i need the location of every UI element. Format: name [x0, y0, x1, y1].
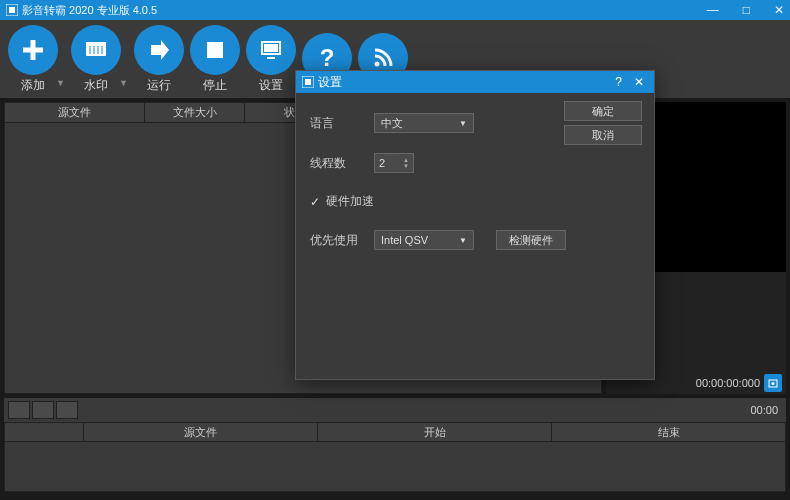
timecode-display: 00:00:00:000 — [696, 377, 760, 389]
segment-table-header: 源文件 开始 结束 — [4, 422, 786, 442]
monitor-icon — [246, 25, 296, 75]
bottom-panel: 00:00 源文件 开始 结束 — [4, 398, 786, 492]
dialog-close-button[interactable]: ✕ — [630, 75, 648, 89]
seg-col-source[interactable]: 源文件 — [84, 422, 318, 442]
ok-button[interactable]: 确定 — [564, 101, 642, 121]
maximize-button[interactable]: □ — [743, 3, 750, 17]
duration-display: 00:00 — [750, 404, 778, 416]
dialog-icon — [302, 76, 314, 88]
detect-hardware-button[interactable]: 检测硬件 — [496, 230, 566, 250]
settings-dialog: 设置 ? ✕ 确定 取消 语言 中文 ▼ 线程数 2 ▲▼ ✓ 硬件加速 — [295, 70, 655, 380]
svg-rect-1 — [9, 7, 15, 13]
settings-button[interactable]: 设置 — [246, 25, 296, 94]
spinner-arrows-icon: ▲▼ — [403, 157, 409, 169]
window-title: 影音转霸 2020 专业版 4.0.5 — [22, 3, 707, 18]
seg-col-end[interactable]: 结束 — [552, 422, 786, 442]
watermark-button[interactable]: 水印 — [71, 25, 121, 94]
prefer-combo[interactable]: Intel QSV ▼ — [374, 230, 474, 250]
cancel-button[interactable]: 取消 — [564, 125, 642, 145]
threads-label: 线程数 — [310, 155, 360, 172]
threads-spinner[interactable]: 2 ▲▼ — [374, 153, 414, 173]
svg-rect-3 — [86, 42, 106, 45]
svg-rect-17 — [305, 79, 311, 85]
watermark-dropdown-icon[interactable]: ▼ — [119, 78, 128, 88]
col-source[interactable]: 源文件 — [5, 103, 145, 122]
add-dropdown-icon[interactable]: ▼ — [56, 78, 65, 88]
snapshot-button[interactable] — [764, 374, 782, 392]
bottom-btn-1[interactable] — [8, 401, 30, 419]
svg-point-13 — [374, 62, 379, 67]
arrow-right-icon — [134, 25, 184, 75]
close-button[interactable]: ✕ — [774, 3, 784, 17]
dialog-titlebar[interactable]: 设置 ? ✕ — [296, 71, 654, 93]
checkmark-icon: ✓ — [310, 195, 320, 209]
col-size[interactable]: 文件大小 — [145, 103, 245, 122]
plus-icon — [8, 25, 58, 75]
svg-rect-10 — [264, 44, 278, 52]
hwaccel-checkbox[interactable]: ✓ 硬件加速 — [310, 193, 640, 210]
stop-button[interactable]: 停止 — [190, 25, 240, 94]
dialog-help-button[interactable]: ? — [611, 75, 626, 89]
seg-col-blank — [4, 422, 84, 442]
svg-rect-8 — [207, 42, 223, 58]
seg-col-start[interactable]: 开始 — [318, 422, 552, 442]
bottom-btn-2[interactable] — [32, 401, 54, 419]
svg-point-15 — [772, 382, 775, 385]
svg-rect-2 — [86, 44, 106, 56]
watermark-icon — [71, 25, 121, 75]
chevron-down-icon: ▼ — [459, 119, 467, 128]
minimize-button[interactable]: — — [707, 3, 719, 17]
dialog-title-text: 设置 — [318, 74, 342, 91]
svg-text:?: ? — [320, 44, 335, 71]
add-button[interactable]: 添加 — [8, 25, 58, 94]
window-titlebar: 影音转霸 2020 专业版 4.0.5 — □ ✕ — [0, 0, 790, 20]
language-combo[interactable]: 中文 ▼ — [374, 113, 474, 133]
prefer-label: 优先使用 — [310, 232, 360, 249]
app-icon — [6, 4, 18, 16]
segment-table-body[interactable] — [4, 442, 786, 492]
bottom-btn-3[interactable] — [56, 401, 78, 419]
stop-icon — [190, 25, 240, 75]
language-label: 语言 — [310, 115, 360, 132]
chevron-down-icon: ▼ — [459, 236, 467, 245]
run-button[interactable]: 运行 — [134, 25, 184, 94]
